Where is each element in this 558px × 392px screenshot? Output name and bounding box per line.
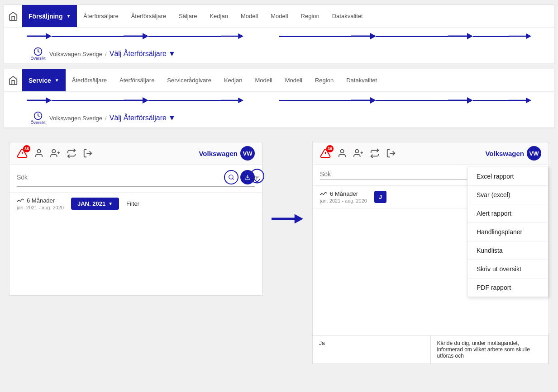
trend-label-left: 6 Månader jan. 2021 - aug. 2020	[17, 197, 64, 210]
svg-marker-16	[143, 97, 148, 104]
vw-circle-icon-right: VW	[527, 146, 541, 161]
arrows-row-1	[4, 28, 554, 45]
svg-marker-5	[238, 33, 243, 39]
svg-marker-14	[46, 97, 52, 104]
left-search-row: ☞	[10, 165, 262, 193]
dropdown-skriv-ut[interactable]: Skriv ut översikt	[467, 260, 548, 279]
breadcrumb-link-1[interactable]: Välj Återförsäljare ▼	[110, 50, 176, 58]
alert-count-left: 36	[23, 145, 30, 152]
swap-icon-left[interactable]	[67, 148, 76, 158]
nav-item-aterforsaljare-2[interactable]: Återförsäljare	[125, 5, 172, 27]
overview-icon-2	[33, 111, 43, 120]
arrow-5	[448, 31, 473, 41]
dropdown-pdf-rapport[interactable]: PDF rapport	[467, 279, 548, 297]
add-person-icon-left[interactable]	[50, 148, 60, 158]
logout-icon-left[interactable]	[83, 148, 93, 158]
right-header-icons: 36	[320, 148, 396, 159]
trend-icon-left	[17, 198, 24, 203]
alert-count-right: 36	[326, 145, 334, 152]
s-arrow-4	[351, 95, 376, 105]
breadcrumb-root-2: Volkswagen Sverige	[49, 115, 102, 122]
s-arrow-3	[221, 95, 243, 105]
oversikt-label-1: Översikt	[30, 56, 45, 61]
dropdown-svar-excel[interactable]: Svar (excel)	[467, 186, 548, 204]
nav-item-active-forsaljning[interactable]: Försäljning ▼	[22, 5, 77, 27]
nav-item-saljare[interactable]: Säljare	[172, 5, 203, 27]
oversikt-label-2: Översikt	[30, 120, 45, 125]
alert-badge-left[interactable]: 36	[17, 148, 28, 159]
svg-marker-20	[370, 97, 376, 104]
nav-item-modell-1[interactable]: Modell	[234, 5, 264, 27]
nav-item-region[interactable]: Region	[295, 5, 326, 27]
overview-icon-1	[33, 47, 43, 56]
s-arrow-1	[27, 95, 52, 105]
nav-bar-2: Service ▼ Återförsäljare Återförsäljare …	[4, 69, 554, 92]
nav-item-s-modell-1[interactable]: Modell	[248, 69, 278, 91]
nav-item-s-modell-2[interactable]: Modell	[279, 69, 309, 91]
breadcrumb-root-1: Volkswagen Sverige	[49, 51, 102, 57]
breadcrumb-1: Översikt Volkswagen Sverige / Välj Återf…	[4, 45, 554, 64]
nav-item-active-service[interactable]: Service ▼	[22, 69, 66, 91]
left-panel: 36	[9, 142, 262, 296]
nav-item-modell-2[interactable]: Modell	[264, 5, 294, 27]
transition-arrow-svg	[272, 210, 303, 228]
svg-point-43	[355, 150, 358, 153]
svg-marker-22	[467, 97, 473, 104]
hand-cursor-svg: ☞	[246, 168, 268, 190]
left-header-icons: 36	[17, 148, 93, 159]
nav-item-servicerådgivare[interactable]: Servicerådgivare	[161, 69, 218, 91]
dropdown-handlingsplaner[interactable]: Handlingsplaner	[467, 223, 548, 241]
home-icon-1[interactable]	[4, 5, 22, 28]
home-icon-2[interactable]	[4, 69, 22, 92]
bottom-area: 36	[0, 133, 558, 373]
svg-marker-9	[467, 33, 473, 39]
s-arrow-2	[124, 95, 148, 105]
period-btn-right[interactable]: J	[374, 191, 386, 203]
dropdown-kundlista[interactable]: Kundlista	[467, 241, 548, 260]
nav-item-aterforsaljare-1[interactable]: Återförsäljare	[77, 5, 124, 27]
arrows-row-2	[4, 92, 554, 109]
cursor-hand-icon: ☞	[246, 168, 268, 194]
nav-item-s-datakvalitet[interactable]: Datakvalitet	[340, 69, 383, 91]
nav-item-kedjan[interactable]: Kedjan	[203, 5, 234, 27]
dropdown-alert-rapport[interactable]: Alert rapport	[467, 204, 548, 223]
arrow-1	[27, 31, 52, 41]
dropdown-excel-rapport[interactable]: Excel rapport	[467, 167, 548, 186]
person-icon-right[interactable]	[337, 148, 347, 158]
alert-badge-right[interactable]: 36	[320, 148, 331, 159]
right-panel-header: 36	[313, 142, 548, 165]
service-chevron-down-icon: ▼	[55, 78, 59, 83]
logout-icon-right[interactable]	[386, 148, 396, 158]
search-btn-left[interactable]	[224, 170, 238, 184]
dropdown-menu: Excel rapport Svar (excel) Alert rapport…	[467, 167, 548, 297]
trend-icon-right	[320, 191, 327, 197]
svg-marker-7	[370, 33, 376, 39]
arrow-between-panels	[272, 210, 303, 228]
svg-point-28	[37, 150, 40, 153]
svg-marker-1	[46, 33, 52, 39]
section-service: Service ▼ Återförsäljare Återförsäljare …	[4, 69, 554, 128]
filter-label-left[interactable]: Filter	[126, 200, 139, 207]
nav-item-s-aterforsaljare-1[interactable]: Återförsäljare	[66, 69, 113, 91]
breadcrumb-chevron-1: ▼	[168, 50, 176, 58]
search-input-left[interactable]	[17, 174, 224, 181]
nav-item-s-kedjan[interactable]: Kedjan	[218, 69, 248, 91]
svg-marker-18	[238, 98, 243, 104]
nav-item-datakvalitet-1[interactable]: Datakvalitet	[326, 5, 369, 27]
right-panel: 36	[312, 142, 549, 364]
breadcrumb-link-2[interactable]: Välj Återförsäljare ▼	[110, 114, 176, 122]
vw-circle-icon-left: VW	[240, 146, 255, 161]
nav-item-s-region[interactable]: Region	[309, 69, 340, 91]
svg-line-34	[233, 179, 234, 180]
add-person-icon-right[interactable]	[353, 148, 363, 158]
period-btn-left[interactable]: JAN. 2021 ▼	[71, 198, 119, 210]
s-arrow-5	[448, 95, 473, 105]
nav-item-s-aterforsaljare-2[interactable]: Återförsäljare	[113, 69, 161, 91]
swap-icon-right[interactable]	[370, 148, 380, 158]
trend-label-right: 6 Månader jan. 2021 - aug. 2020	[320, 190, 367, 203]
arrow-6	[509, 31, 531, 41]
svg-marker-3	[143, 33, 148, 39]
svg-marker-24	[526, 98, 531, 104]
person-icon-left[interactable]	[34, 148, 44, 158]
s-arrow-6	[509, 95, 531, 105]
